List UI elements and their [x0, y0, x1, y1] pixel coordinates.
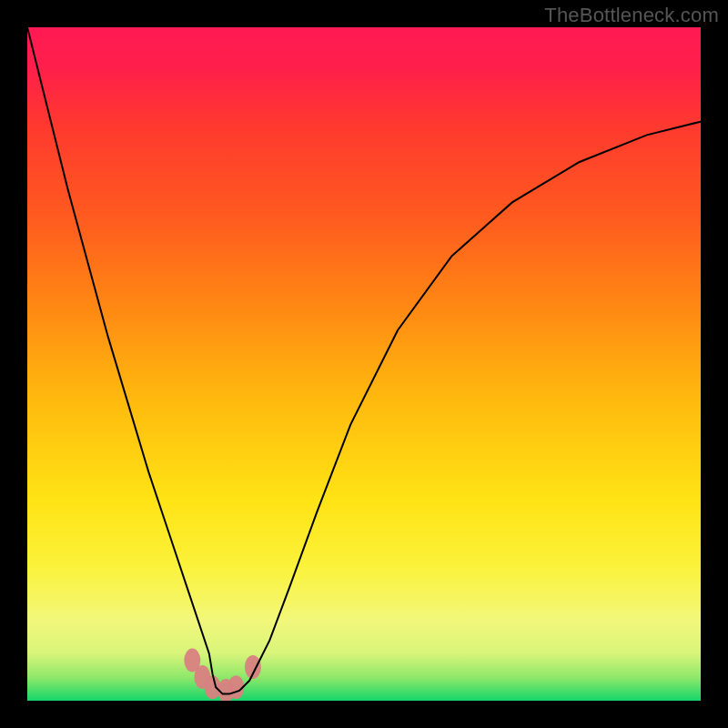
watermark-text: TheBottleneck.com: [544, 4, 719, 27]
app-frame: TheBottleneck.com: [0, 0, 728, 728]
chart-background: [27, 27, 701, 701]
bottleneck-chart: [27, 27, 701, 701]
chart-svg: [27, 27, 701, 701]
